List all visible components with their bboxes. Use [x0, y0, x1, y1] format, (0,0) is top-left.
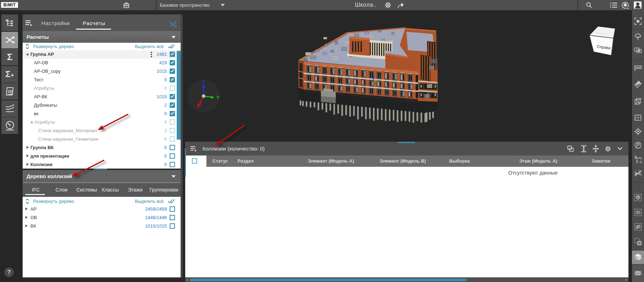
- svg-text:2D: 2D: [8, 90, 12, 94]
- svg-text:Z: Z: [202, 79, 205, 84]
- svg-text:Y: Y: [216, 95, 219, 100]
- svg-text:2: 2: [638, 169, 640, 171]
- svg-text:1: 1: [635, 170, 637, 172]
- svg-text:X: X: [197, 104, 199, 108]
- svg-text:S: S: [634, 155, 637, 159]
